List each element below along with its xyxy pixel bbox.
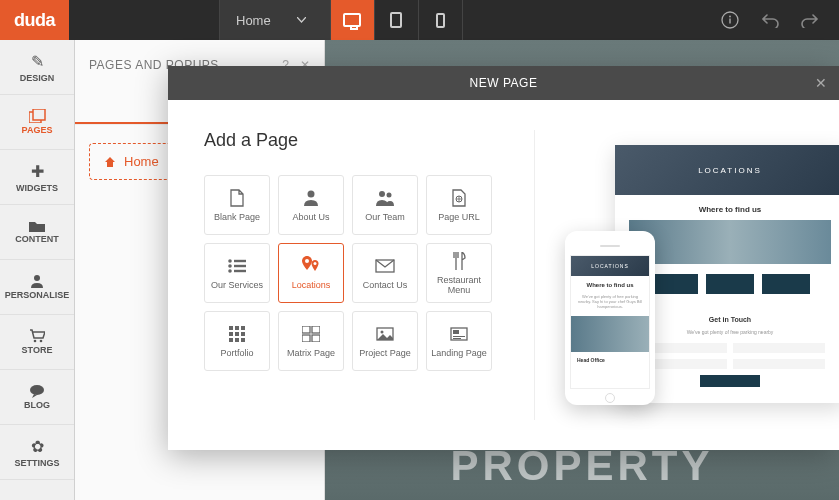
card-label: Matrix Page xyxy=(287,349,335,359)
svg-rect-33 xyxy=(302,335,310,342)
image-icon xyxy=(376,323,394,345)
brush-icon: ✎ xyxy=(31,52,44,71)
person-icon xyxy=(304,187,318,209)
svg-point-6 xyxy=(34,340,37,343)
preview-mobile-hero: LOCATIONS xyxy=(571,256,649,276)
envelope-icon xyxy=(375,255,395,277)
sidebar-item-widgets[interactable]: ✚ WIDGETS xyxy=(0,150,74,205)
svg-rect-39 xyxy=(453,336,465,337)
svg-point-1 xyxy=(729,16,731,18)
sidebar-item-blog[interactable]: BLOG xyxy=(0,370,74,425)
sidebar-item-label: DESIGN xyxy=(20,73,55,83)
grid-icon xyxy=(229,323,245,345)
device-tablet-button[interactable] xyxy=(375,0,419,40)
tablet-icon xyxy=(390,12,402,28)
template-about-us[interactable]: About Us xyxy=(278,175,344,235)
svg-point-13 xyxy=(228,259,232,263)
card-label: Blank Page xyxy=(214,213,260,223)
sidebar-item-personalise[interactable]: PERSONALISE xyxy=(0,260,74,315)
sidebar-item-label: STORE xyxy=(22,345,53,355)
device-mobile-button[interactable] xyxy=(419,0,463,40)
template-portfolio[interactable]: Portfolio xyxy=(204,311,270,371)
team-icon xyxy=(375,187,395,209)
svg-rect-23 xyxy=(235,326,239,330)
svg-point-9 xyxy=(308,191,315,198)
svg-rect-30 xyxy=(241,338,245,342)
svg-rect-24 xyxy=(241,326,245,330)
page-selector[interactable]: Home xyxy=(219,0,331,40)
person-icon xyxy=(30,274,44,288)
card-label: Portfolio xyxy=(220,349,253,359)
card-label: Project Page xyxy=(359,349,411,359)
device-switcher xyxy=(331,0,463,40)
svg-rect-22 xyxy=(229,326,233,330)
close-icon[interactable]: ✕ xyxy=(815,75,828,91)
sidebar-item-label: PAGES xyxy=(22,125,53,135)
desktop-icon xyxy=(343,13,361,27)
svg-rect-16 xyxy=(234,265,246,267)
template-our-team[interactable]: Our Team xyxy=(352,175,418,235)
sidebar-item-label: PERSONALISE xyxy=(5,290,70,300)
template-matrix-page[interactable]: Matrix Page xyxy=(278,311,344,371)
left-sidebar: ✎ DESIGN PAGES ✚ WIDGETS CONTENT PERSONA… xyxy=(0,40,75,500)
template-preview: LOCATIONS Where to find us Get in Touch … xyxy=(534,130,839,420)
top-bar: duda Home xyxy=(0,0,839,40)
svg-rect-31 xyxy=(302,326,310,333)
matrix-icon xyxy=(302,323,320,345)
svg-rect-26 xyxy=(235,332,239,336)
template-page-url[interactable]: Page URL xyxy=(426,175,492,235)
pages-icon xyxy=(29,109,46,123)
plus-icon: ✚ xyxy=(31,162,44,181)
template-landing-page[interactable]: Landing Page xyxy=(426,311,492,371)
template-blank-page[interactable]: Blank Page xyxy=(204,175,270,235)
template-locations[interactable]: Locations xyxy=(278,243,344,303)
sidebar-item-label: WIDGETS xyxy=(16,183,58,193)
card-label: Page URL xyxy=(438,213,480,223)
template-project-page[interactable]: Project Page xyxy=(352,311,418,371)
gear-icon: ✿ xyxy=(31,437,44,456)
card-label: About Us xyxy=(292,213,329,223)
url-page-icon xyxy=(452,187,466,209)
template-grid: Blank Page About Us Our Team Page URL Ou… xyxy=(204,175,504,371)
svg-rect-2 xyxy=(729,19,730,24)
sidebar-item-store[interactable]: STORE xyxy=(0,315,74,370)
sidebar-item-settings[interactable]: ✿ SETTINGS xyxy=(0,425,74,480)
modal-header: NEW PAGE ✕ xyxy=(168,66,839,100)
svg-point-15 xyxy=(228,264,232,268)
sidebar-item-content[interactable]: CONTENT xyxy=(0,205,74,260)
svg-rect-38 xyxy=(453,330,459,334)
card-label: Landing Page xyxy=(431,349,487,359)
cart-icon xyxy=(29,329,45,343)
mobile-icon xyxy=(436,13,445,28)
svg-point-7 xyxy=(40,340,43,343)
card-label: Our Services xyxy=(211,281,263,291)
brand-logo: duda xyxy=(0,0,69,40)
info-icon[interactable] xyxy=(719,9,741,31)
svg-rect-34 xyxy=(312,335,320,342)
undo-icon[interactable] xyxy=(759,9,781,31)
card-label: Contact Us xyxy=(363,281,408,291)
sidebar-item-design[interactable]: ✎ DESIGN xyxy=(0,40,74,95)
template-contact-us[interactable]: Contact Us xyxy=(352,243,418,303)
template-restaurant-menu[interactable]: Restaurant Menu xyxy=(426,243,492,303)
svg-rect-32 xyxy=(312,326,320,333)
page-item-label: Home xyxy=(124,154,159,169)
device-desktop-button[interactable] xyxy=(331,0,375,40)
svg-point-20 xyxy=(314,262,317,265)
svg-rect-25 xyxy=(229,332,233,336)
svg-point-5 xyxy=(34,275,40,281)
sidebar-item-pages[interactable]: PAGES xyxy=(0,95,74,150)
redo-icon[interactable] xyxy=(799,9,821,31)
sidebar-item-label: CONTENT xyxy=(15,234,59,244)
page-selector-label: Home xyxy=(236,13,271,28)
card-label: Our Team xyxy=(365,213,404,223)
preview-form-title: Get in Touch xyxy=(635,316,825,323)
home-icon xyxy=(104,156,116,168)
preview-form-text: We've got plenty of free parking nearby xyxy=(635,329,825,335)
template-our-services[interactable]: Our Services xyxy=(204,243,270,303)
folder-icon xyxy=(29,220,45,232)
preview-mobile-text: We've got plenty of free parking nearby.… xyxy=(571,294,649,316)
chevron-down-icon xyxy=(297,17,306,23)
svg-rect-29 xyxy=(235,338,239,342)
svg-point-10 xyxy=(379,191,385,197)
